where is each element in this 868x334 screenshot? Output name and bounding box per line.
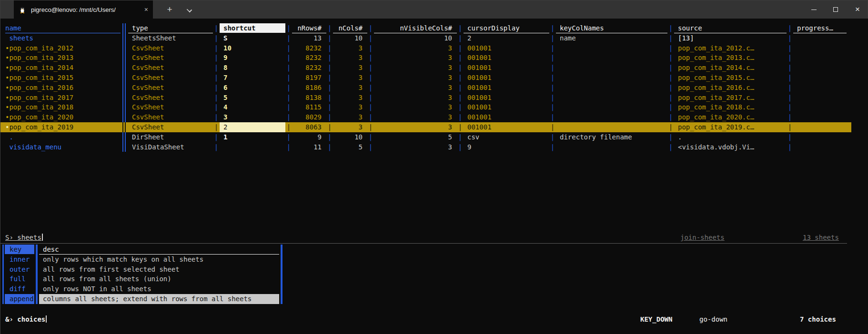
cell-progress[interactable]	[793, 53, 847, 63]
cell-nRows[interactable]: 8186	[292, 83, 326, 93]
cell-shortcut[interactable]: 8	[220, 63, 285, 73]
cell-keyColNames[interactable]	[556, 63, 667, 73]
cell-source[interactable]: pop_com_ita_2020.c…	[674, 112, 787, 122]
terminal-tab[interactable]: pigreco@lenovo: /mnt/c/Users/ ×	[14, 0, 153, 19]
popup-item-full[interactable]: fullall rows from all sheets (union)	[5, 274, 284, 284]
popup-item-inner[interactable]: inneronly rows which match keys on all s…	[5, 255, 284, 265]
cell-nVisibleCols[interactable]: 3	[374, 93, 457, 103]
cell-source[interactable]: <visidata.vdobj.Vi…	[674, 142, 787, 152]
table-row[interactable]: •pop_com_ita_2017CsvSheet|5|8138|3|3|001…	[0, 93, 851, 103]
cell-nCols[interactable]: 3	[333, 102, 367, 112]
cell-type[interactable]: CsvSheet	[128, 43, 213, 53]
cell-progress[interactable]	[793, 112, 847, 122]
cell-type[interactable]: CsvSheet	[128, 93, 213, 103]
column-header-nCols[interactable]: nCols#	[333, 23, 367, 33]
table-row[interactable]: •pop_com_ita_2020CsvSheet|3|8029|3|3|001…	[0, 112, 851, 122]
cell-name[interactable]: •pop_com_ita_2018	[5, 102, 121, 112]
cell-shortcut[interactable]: S	[220, 33, 285, 43]
cell-nRows[interactable]: 8138	[292, 93, 326, 103]
cell-nVisibleCols[interactable]: 3	[374, 112, 457, 122]
column-header-cursorDisplay[interactable]: cursorDisplay	[464, 23, 549, 33]
cell-nCols[interactable]: 3	[333, 83, 367, 93]
cell-nRows[interactable]: 11	[292, 142, 326, 152]
popup-item-desc[interactable]: all rows from first selected sheet	[39, 265, 279, 275]
cell-cursorDisplay[interactable]: 001001	[464, 122, 549, 132]
cell-nVisibleCols[interactable]: 3	[374, 53, 457, 63]
cell-type[interactable]: CsvSheet	[128, 53, 213, 63]
table-row[interactable]: •pop_com_ita_2018CsvSheet|4|8115|3|3|001…	[0, 102, 851, 112]
table-row[interactable]: •pop_com_ita_2013CsvSheet|9|8232|3|3|001…	[0, 53, 851, 63]
cell-source[interactable]: pop_com_ita_2018.c…	[674, 102, 787, 112]
popup-column-header-desc[interactable]: desc	[39, 245, 279, 255]
cell-cursorDisplay[interactable]: 001001	[464, 83, 549, 93]
cell-source[interactable]: pop_com_ita_2016.c…	[674, 83, 787, 93]
cell-progress[interactable]	[793, 73, 847, 83]
popup-item-key[interactable]: diff	[5, 284, 34, 294]
column-header-keyColNames[interactable]: keyColNames	[556, 23, 667, 33]
cell-type[interactable]: CsvSheet	[128, 112, 213, 122]
popup-item-diff[interactable]: diffonly rows NOT in all sheets	[5, 284, 284, 294]
cell-keyColNames[interactable]	[556, 83, 667, 93]
maximize-button[interactable]	[825, 0, 847, 19]
cell-shortcut[interactable]: 4	[220, 102, 285, 112]
cell-nCols[interactable]: 3	[333, 73, 367, 83]
cell-name[interactable]: •pop_com_ita_2017	[5, 93, 121, 103]
cell-shortcut[interactable]: 5	[220, 93, 285, 103]
minimize-button[interactable]	[803, 0, 825, 19]
cell-cursorDisplay[interactable]: 9	[464, 142, 549, 152]
table-row[interactable]: •pop_com_ita_2016CsvSheet|6|8186|3|3|001…	[0, 83, 851, 93]
cell-nRows[interactable]: 13	[292, 33, 326, 43]
tab-close-icon[interactable]: ×	[144, 6, 148, 13]
cell-progress[interactable]	[793, 93, 847, 103]
cell-nVisibleCols[interactable]: 3	[374, 83, 457, 93]
cell-nCols[interactable]: 3	[333, 53, 367, 63]
cell-source[interactable]: [13]	[674, 33, 787, 43]
cell-source[interactable]: pop_com_ita_2012.c…	[674, 43, 787, 53]
cell-name[interactable]: •pop_com_ita_2020	[5, 112, 121, 122]
cell-nRows[interactable]: 8232	[292, 43, 326, 53]
cell-type[interactable]: VisiDataSheet	[128, 142, 213, 152]
cell-nVisibleCols[interactable]: 3	[374, 43, 457, 53]
cell-source[interactable]: pop_com_ita_2019.c…	[674, 122, 787, 132]
table-row[interactable]: •pop_com_ita_2012CsvSheet|10|8232|3|3|00…	[0, 43, 851, 53]
cell-nRows[interactable]: 8197	[292, 73, 326, 83]
popup-item-outer[interactable]: outerall rows from first selected sheet	[5, 265, 284, 275]
cell-type[interactable]: SheetsSheet	[128, 33, 213, 43]
popup-header-row[interactable]: keydesc	[5, 245, 284, 255]
cell-shortcut[interactable]: 6	[220, 83, 285, 93]
cell-shortcut[interactable]: 9	[220, 53, 285, 63]
cell-type[interactable]: CsvSheet	[128, 102, 213, 112]
cell-nRows[interactable]: 9	[292, 132, 326, 142]
cell-source[interactable]: .	[674, 132, 787, 142]
cell-progress[interactable]	[793, 63, 847, 73]
cell-name[interactable]: •pop_com_ita_2013	[5, 53, 121, 63]
cell-nVisibleCols[interactable]: 5	[374, 132, 457, 142]
cell-cursorDisplay[interactable]: 001001	[464, 73, 549, 83]
cell-cursorDisplay[interactable]: 001001	[464, 112, 549, 122]
cell-cursorDisplay[interactable]: 001001	[464, 63, 549, 73]
cell-nRows[interactable]: 8063	[292, 122, 326, 132]
cell-progress[interactable]	[793, 132, 847, 142]
cell-keyColNames[interactable]	[556, 73, 667, 83]
cell-nRows[interactable]: 8115	[292, 102, 326, 112]
cell-progress[interactable]	[793, 43, 847, 53]
cell-nCols[interactable]: 5	[333, 142, 367, 152]
cell-shortcut[interactable]: 1	[220, 132, 285, 142]
table-row[interactable]: •pop_com_ita_2019CsvSheet|2|8063|3|3|001…	[0, 122, 851, 132]
popup-item-desc[interactable]: columns all sheets; extend with rows fro…	[39, 294, 279, 304]
cell-nVisibleCols[interactable]: 3	[374, 73, 457, 83]
table-row[interactable]: •pop_com_ita_2015CsvSheet|7|8197|3|3|001…	[0, 73, 851, 83]
cell-nCols[interactable]: 10	[333, 33, 367, 43]
cell-shortcut[interactable]: 7	[220, 73, 285, 83]
cell-progress[interactable]	[793, 102, 847, 112]
cell-name[interactable]: .	[5, 132, 121, 142]
cell-shortcut[interactable]	[220, 142, 285, 152]
cell-nCols[interactable]: 3	[333, 63, 367, 73]
new-tab-button[interactable]: +	[162, 0, 177, 19]
cell-type[interactable]: CsvSheet	[128, 73, 213, 83]
cell-cursorDisplay[interactable]: 001001	[464, 53, 549, 63]
cell-shortcut[interactable]: 2	[220, 122, 285, 132]
cell-nVisibleCols[interactable]: 3	[374, 122, 457, 132]
cell-cursorDisplay[interactable]: csv	[464, 132, 549, 142]
cell-keyColNames[interactable]	[556, 112, 667, 122]
